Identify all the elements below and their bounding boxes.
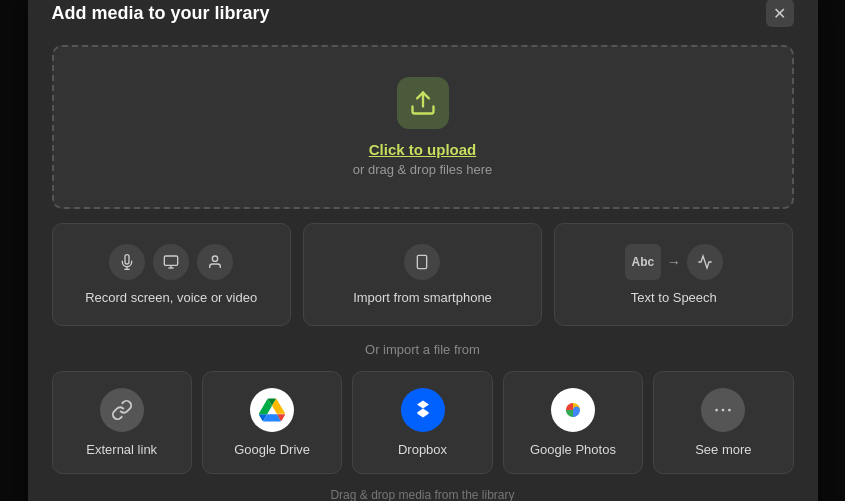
dropbox-label: Dropbox [398, 442, 447, 457]
google-drive-label: Google Drive [234, 442, 310, 457]
external-link-label: External link [86, 442, 157, 457]
google-photos-source[interactable]: Google Photos [503, 371, 643, 474]
svg-point-10 [722, 409, 725, 412]
google-drive-icon [250, 388, 294, 432]
tts-wave-icon [687, 244, 723, 280]
close-icon: ✕ [773, 4, 786, 23]
external-link-icon [100, 388, 144, 432]
external-link-source[interactable]: External link [52, 371, 192, 474]
tts-label: Text to Speech [631, 290, 717, 305]
dropbox-source[interactable]: Dropbox [352, 371, 492, 474]
record-option[interactable]: Record screen, voice or video [52, 223, 291, 326]
import-divider: Or import a file from [52, 342, 794, 357]
upload-icon [409, 89, 437, 117]
tts-abc-icon: Abc [625, 244, 661, 280]
tts-option[interactable]: Abc → Text to Speech [554, 223, 793, 326]
upload-click-text[interactable]: Click to upload [369, 141, 477, 158]
modal: Add media to your library ✕ Click to upl… [28, 0, 818, 501]
mic-icon [109, 244, 145, 280]
close-button[interactable]: ✕ [766, 0, 794, 27]
google-photos-icon [551, 388, 595, 432]
modal-title: Add media to your library [52, 3, 270, 24]
svg-point-11 [728, 409, 731, 412]
tts-arrow-icon: → [667, 254, 681, 270]
upload-icon-wrapper [397, 77, 449, 129]
record-icons [109, 244, 233, 280]
person-icon [197, 244, 233, 280]
see-more-source[interactable]: See more [653, 371, 793, 474]
smartphone-icon [404, 244, 440, 280]
svg-rect-3 [164, 256, 177, 265]
svg-point-9 [716, 409, 719, 412]
dropbox-icon [401, 388, 445, 432]
google-drive-source[interactable]: Google Drive [202, 371, 342, 474]
modal-footer: Drag & drop media from the library [52, 488, 794, 501]
footer-text: Drag & drop media from the library [330, 488, 514, 501]
record-label: Record screen, voice or video [85, 290, 257, 305]
smartphone-icons [404, 244, 440, 280]
google-photos-label: Google Photos [530, 442, 616, 457]
upload-area[interactable]: Click to upload or drag & drop files her… [52, 45, 794, 209]
smartphone-label: Import from smartphone [353, 290, 492, 305]
svg-point-6 [212, 256, 217, 261]
upload-drag-text: or drag & drop files here [353, 162, 492, 177]
tts-icons: Abc → [625, 244, 723, 280]
screen-icon [153, 244, 189, 280]
sources-row: External link Google Drive [52, 371, 794, 474]
options-row: Record screen, voice or video Import fro… [52, 223, 794, 326]
modal-header: Add media to your library ✕ [52, 0, 794, 27]
see-more-label: See more [695, 442, 751, 457]
smartphone-option[interactable]: Import from smartphone [303, 223, 542, 326]
see-more-icon [701, 388, 745, 432]
